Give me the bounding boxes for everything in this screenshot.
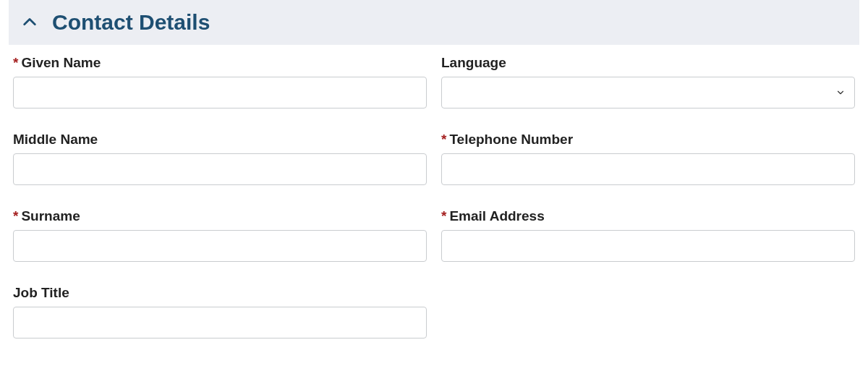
language-field: Language [441, 55, 855, 108]
contact-details-form: *Given Name Language Middle Name [9, 55, 859, 338]
job-title-field: Job Title [13, 285, 427, 338]
telephone-label-text: Telephone Number [449, 132, 573, 147]
surname-label-text: Surname [21, 208, 80, 223]
surname-field: *Surname [13, 208, 427, 262]
section-title: Contact Details [52, 10, 210, 35]
section-header-contact-details[interactable]: Contact Details [9, 0, 859, 45]
required-mark: * [441, 208, 446, 223]
given-name-label-text: Given Name [21, 55, 101, 70]
middle-name-field: Middle Name [13, 132, 427, 185]
surname-label: *Surname [13, 208, 427, 224]
required-mark: * [13, 55, 18, 70]
email-label: *Email Address [441, 208, 855, 224]
middle-name-input[interactable] [13, 153, 427, 185]
given-name-field: *Given Name [13, 55, 427, 108]
middle-name-label-text: Middle Name [13, 132, 98, 147]
email-label-text: Email Address [449, 208, 544, 223]
telephone-input[interactable] [441, 153, 855, 185]
chevron-up-icon [22, 14, 38, 30]
language-select-value [442, 77, 854, 108]
telephone-field: *Telephone Number [441, 132, 855, 185]
email-input[interactable] [441, 230, 855, 262]
language-label-text: Language [441, 55, 506, 70]
language-label: Language [441, 55, 855, 71]
required-mark: * [13, 208, 18, 223]
given-name-input[interactable] [13, 77, 427, 108]
surname-input[interactable] [13, 230, 427, 262]
job-title-input[interactable] [13, 307, 427, 338]
required-mark: * [441, 132, 446, 147]
job-title-label: Job Title [13, 285, 427, 301]
language-select[interactable] [441, 77, 855, 108]
middle-name-label: Middle Name [13, 132, 427, 148]
given-name-label: *Given Name [13, 55, 427, 71]
telephone-label: *Telephone Number [441, 132, 855, 148]
job-title-label-text: Job Title [13, 285, 69, 300]
email-field: *Email Address [441, 208, 855, 262]
